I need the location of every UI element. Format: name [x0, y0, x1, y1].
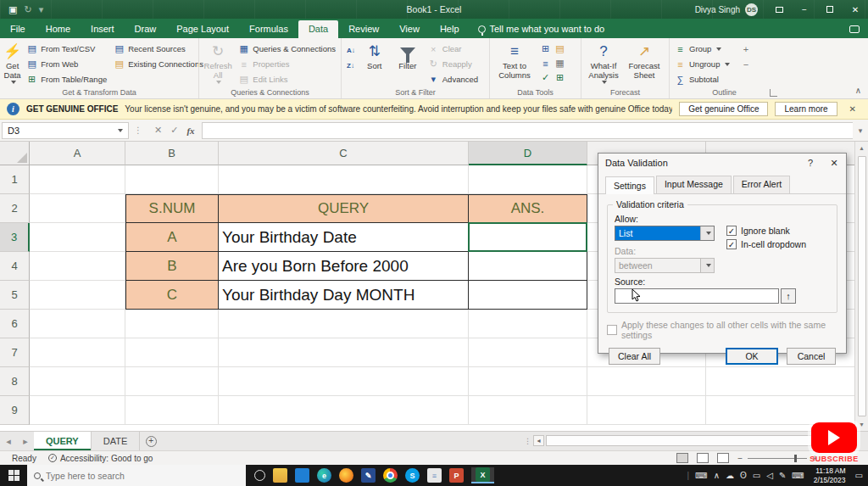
cell[interactable] [219, 367, 469, 396]
normal-view-button[interactable] [676, 453, 688, 463]
filter-button[interactable]: Filter [392, 40, 424, 73]
notepad-icon[interactable]: ≡ [427, 468, 442, 483]
new-sheet-button[interactable]: + [140, 432, 162, 450]
cell[interactable] [125, 338, 219, 367]
accessibility-status[interactable]: ✓ Accessibility: Good to go [48, 454, 153, 463]
clock[interactable]: 11:18 AM 2/15/2023 [810, 466, 849, 483]
column-header-C[interactable]: C [219, 142, 469, 165]
from-web-button[interactable]: ▤From Web [24, 57, 109, 71]
sheet-tab-query[interactable]: QUERY [34, 432, 92, 450]
cell[interactable] [125, 310, 219, 338]
insert-function-icon[interactable]: fx [186, 126, 194, 136]
cell[interactable] [30, 281, 125, 310]
what-if-analysis-button[interactable]: ? What-If Analysis [584, 40, 623, 86]
vertical-scrollbar[interactable]: ▴ ▾ [854, 142, 868, 431]
cell-D2[interactable]: ANS. [469, 194, 587, 223]
ignore-blank-checkbox[interactable]: ✓ Ignore blank [726, 226, 806, 236]
collapse-ribbon-icon[interactable]: ∧ [855, 86, 861, 95]
existing-connections-button[interactable]: ▤Existing Connections [111, 57, 206, 71]
cell-C5[interactable]: Your Birthday Day MONTH [219, 281, 469, 310]
pen-app-icon[interactable]: ✎ [361, 468, 376, 483]
cancel-button[interactable]: Cancel [787, 348, 836, 365]
cell[interactable] [30, 367, 125, 396]
name-box-caret[interactable] [118, 129, 123, 132]
scroll-up-icon[interactable]: ▴ [855, 142, 868, 154]
avatar[interactable]: DS [745, 3, 758, 16]
taskbar-search[interactable] [27, 465, 246, 486]
sort-descending-button[interactable]: Z↓ [344, 59, 358, 73]
dialog-close-button[interactable]: ✕ [822, 154, 846, 172]
keyboard-layout-icon[interactable]: ⌨ [792, 471, 804, 480]
from-text-csv-button[interactable]: ▤From Text/CSV [24, 42, 109, 56]
display-icon[interactable]: ▭ [753, 471, 760, 480]
tab-view[interactable]: View [389, 20, 430, 38]
flash-fill-icon[interactable]: ⊞ [538, 42, 553, 56]
manage-data-model-icon[interactable]: ⊞ [553, 70, 567, 85]
cell[interactable] [125, 165, 219, 194]
data-validation-icon[interactable]: ✓ [538, 70, 553, 85]
cell[interactable] [219, 396, 469, 425]
from-table-range-button[interactable]: ⊞From Table/Range [24, 72, 109, 87]
cortana-icon[interactable] [254, 470, 265, 481]
ungroup-button[interactable]: ≡Ungroup [672, 57, 732, 71]
ok-button[interactable]: OK [726, 348, 778, 365]
ink-workspace-icon[interactable]: ✎ [779, 471, 786, 480]
cell-D4[interactable] [469, 252, 587, 281]
show-hidden-icons-chevron[interactable]: ∧ [714, 471, 720, 480]
group-button[interactable]: ≡Group [672, 42, 732, 56]
edge-icon[interactable]: e [317, 468, 331, 483]
cell[interactable] [469, 367, 587, 396]
cell[interactable] [219, 338, 469, 367]
apply-all-checkbox[interactable]: Apply these changes to all other cells w… [607, 320, 837, 340]
cell[interactable] [587, 367, 706, 396]
sheet-nav-left-icon[interactable]: ◂ [0, 432, 17, 450]
banner-close-icon[interactable]: ✕ [844, 104, 861, 114]
sheet-tab-date[interactable]: DATE [92, 432, 141, 450]
powerpoint-icon[interactable]: P [449, 468, 464, 483]
cell[interactable] [125, 367, 219, 396]
cell-D5[interactable] [469, 281, 587, 310]
forecast-sheet-button[interactable]: ↗ Forecast Sheet [625, 40, 664, 82]
cell-B3[interactable]: A [125, 223, 219, 252]
reapply-button[interactable]: ↻Reapply [426, 57, 481, 71]
page-layout-view-button[interactable] [697, 453, 709, 463]
cell-B5[interactable]: C [125, 281, 219, 310]
formula-input[interactable] [202, 122, 853, 139]
row-header-3[interactable]: 3 [0, 223, 30, 252]
dropdown-chevron-icon[interactable] [700, 226, 714, 240]
cell[interactable] [219, 165, 469, 194]
save-icon[interactable]: ▣ [8, 4, 17, 15]
relationships-icon[interactable]: ▦ [553, 56, 567, 70]
cell[interactable] [469, 165, 587, 194]
sheet-nav-right-icon[interactable]: ▸ [17, 432, 34, 450]
vertical-scroll-thumb[interactable] [858, 156, 866, 416]
tab-error-alert[interactable]: Error Alert [733, 176, 790, 193]
dialog-title-bar[interactable]: Data Validation ? ✕ [598, 154, 846, 172]
close-button[interactable]: ✕ [843, 0, 868, 19]
consolidate-icon[interactable]: ▤ [553, 42, 567, 56]
row-header-7[interactable]: 7 [0, 338, 30, 367]
get-data-button[interactable]: ⚡ Get Data [3, 40, 22, 86]
tab-page-layout[interactable]: Page Layout [166, 20, 239, 38]
tab-draw[interactable]: Draw [125, 20, 167, 38]
text-to-columns-button[interactable]: ≡ Text to Columns [492, 40, 537, 82]
firefox-icon[interactable] [339, 468, 353, 483]
collapse-dialog-button[interactable]: ↑ [781, 288, 796, 304]
in-cell-dropdown-checkbox[interactable]: ✓ In-cell dropdown [726, 239, 806, 249]
row-header-1[interactable]: 1 [0, 165, 30, 194]
tab-help[interactable]: Help [430, 20, 470, 38]
hscroll-left-icon[interactable]: ◂ [533, 435, 544, 446]
tab-formulas[interactable]: Formulas [239, 20, 298, 38]
cell[interactable] [30, 223, 125, 252]
row-header-9[interactable]: 9 [0, 396, 30, 425]
remove-duplicates-icon[interactable]: ≡ [538, 56, 553, 70]
sort-ascending-button[interactable]: A↓ [344, 43, 358, 58]
zoom-out-icon[interactable]: − [737, 454, 743, 463]
ribbon-display-options-button[interactable] [766, 0, 792, 19]
edit-links-button[interactable]: ▤Edit Links [236, 72, 338, 87]
row-header-4[interactable]: 4 [0, 252, 30, 281]
chrome-icon[interactable] [383, 468, 398, 483]
learn-more-button[interactable]: Learn more [775, 102, 837, 116]
cell[interactable] [30, 396, 125, 425]
maximize-button[interactable] [817, 0, 843, 19]
